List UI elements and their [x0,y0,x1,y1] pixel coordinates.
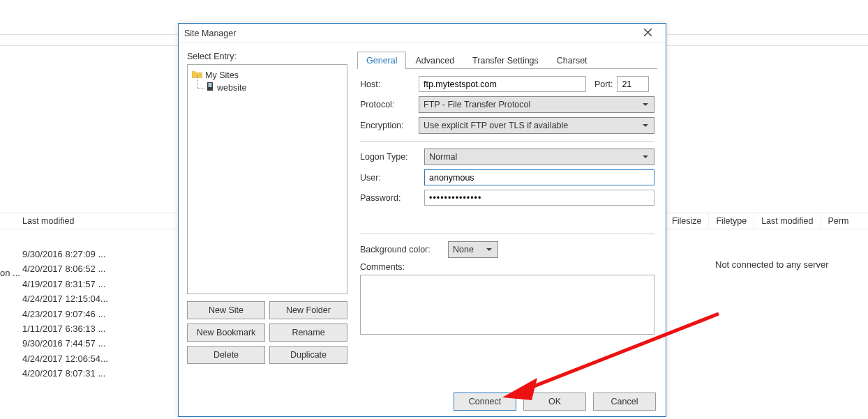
col-filesize: Filesize [665,213,709,229]
logon-type-label: Logon Type: [360,152,420,162]
not-connected-message: Not connected to any server [715,259,829,270]
tab-general[interactable]: General [357,52,406,69]
protocol-label: Protocol: [360,100,414,109]
dialog-title: Site Manager [184,29,635,38]
tab-transfer-settings[interactable]: Transfer Settings [463,52,548,69]
cancel-button[interactable]: Cancel [593,393,656,411]
col-filetype: Filetype [709,213,754,229]
host-label: Host: [360,79,414,89]
new-site-button[interactable]: New Site [187,301,265,319]
col-perm: Perm [821,213,856,229]
tree-child-label: website [217,83,246,93]
list-item: 4/23/2017 9:07:46 ... [22,307,108,321]
port-input[interactable] [617,76,649,92]
protocol-select[interactable]: FTP - File Transfer Protocol [419,96,654,113]
tree-child[interactable]: website [192,81,343,94]
new-bookmark-button[interactable]: New Bookmark [187,323,265,342]
close-icon [644,29,652,36]
tab-charset[interactable]: Charset [548,52,597,69]
server-icon [206,82,214,93]
user-label: User: [360,173,420,183]
new-folder-button[interactable]: New Folder [269,301,347,319]
encryption-select[interactable]: Use explicit FTP over TLS if available [419,117,654,134]
password-label: Password: [360,193,420,203]
list-item: 9/30/2016 7:44:57 ... [22,336,108,351]
connect-button[interactable]: Connect [454,393,516,411]
list-item: 9/30/2016 8:27:09 ... [22,247,108,261]
list-item: 1/11/2017 6:36:13 ... [22,321,108,336]
site-manager-dialog: Site Manager Select Entry: My Sites webs… [178,23,666,417]
list-item: 4/24/2017 12:15:04... [22,291,108,306]
list-item: 4/24/2017 12:06:54... [22,351,108,366]
comments-textarea[interactable] [360,275,654,335]
list-item: 4/19/2017 8:31:57 ... [22,277,108,291]
tab-advanced[interactable]: Advanced [406,52,463,69]
list-item: 4/20/2017 8:06:52 ... [22,261,108,276]
duplicate-button[interactable]: Duplicate [269,346,347,364]
bg-right-column-headers: Filesize Filetype Last modified Perm [665,213,868,229]
ok-button[interactable]: OK [523,393,586,411]
tab-bar: General Advanced Transfer Settings Chars… [357,52,657,69]
site-tree[interactable]: My Sites website [187,64,347,294]
list-item: 4/20/2017 8:07:31 ... [22,366,108,381]
close-button[interactable] [635,29,660,38]
select-entry-label: Select Entry: [187,52,347,61]
logon-type-select[interactable]: Normal [424,148,654,165]
bgcolor-select[interactable]: None [448,241,498,258]
titlebar: Site Manager [179,24,666,43]
user-input[interactable] [424,169,654,185]
col-last-modified-r: Last modified [754,213,821,229]
comments-label: Comments: [360,262,405,272]
bg-date-list: 9/30/2016 8:27:09 ... 4/20/2017 8:06:52 … [22,247,108,381]
rename-button[interactable]: Rename [269,323,347,342]
port-label: Port: [594,79,613,89]
tree-root[interactable]: My Sites [192,69,343,81]
encryption-label: Encryption: [360,121,414,130]
tree-root-label: My Sites [205,70,239,80]
svg-rect-3 [209,83,212,87]
bg-row-truncated: on ... [0,268,20,278]
password-input[interactable] [424,190,654,206]
bg-left-column-header: Last modified [0,213,178,229]
bgcolor-label: Background color: [360,245,444,254]
host-input[interactable] [419,76,586,92]
delete-button[interactable]: Delete [187,346,265,364]
col-last-modified: Last modified [22,216,74,226]
